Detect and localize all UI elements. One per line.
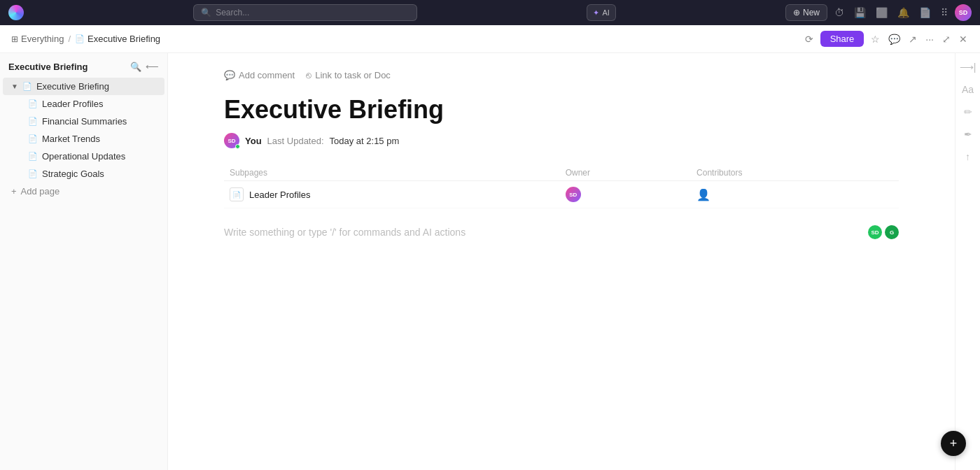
sidebar-header-icons: 🔍 ⟵ [130,62,159,72]
author-initials: SD [227,138,235,144]
breadcrumb-everything[interactable]: ⊞ Everything [11,34,64,44]
write-area[interactable]: Write something or type '/' for commands… [224,222,899,242]
sidebar: Executive Briefing 🔍 ⟵ ▼ 📄 Executive Bri… [0,53,168,470]
link-label: Link to task or Doc [315,70,391,80]
layout-icon[interactable]: ⬜ [873,6,890,20]
sidebar-item-label: Market Trends [42,134,100,144]
sidebar-item-market-trends[interactable]: 📄 Market Trends [3,130,164,148]
main-layout: Executive Briefing 🔍 ⟵ ▼ 📄 Executive Bri… [0,53,980,470]
more-icon[interactable]: ··· [924,32,935,46]
comment-icon[interactable]: 💬 [887,32,902,46]
sidebar-item-strategic-goals[interactable]: 📄 Strategic Goals [3,165,164,183]
close-icon[interactable]: ✕ [958,32,969,46]
share-button[interactable]: Share [820,31,864,47]
search-placeholder: Search... [216,8,249,17]
sidebar-collapse-icon[interactable]: ⟵ [146,62,159,72]
fab-button[interactable]: + [941,431,966,456]
collapse-right-icon[interactable]: ⟶| [960,62,976,73]
write-placeholder: Write something or type '/' for commands… [224,227,465,238]
sidebar-item-operational-updates[interactable]: 📄 Operational Updates [3,148,164,165]
sidebar-item-label: Executive Briefing [36,81,109,92]
collab-initials-2: G [890,229,894,236]
owner-avatar: SD [566,187,581,202]
breadcrumb-separator: / [68,34,71,44]
pencil-alt-icon[interactable]: ✒ [964,129,972,140]
font-size-icon[interactable]: Aa [962,84,974,95]
add-comment-label: Add comment [239,70,295,80]
add-page-button[interactable]: + Add page [3,183,164,200]
doc-small-icon: 📄 [75,34,85,43]
sidebar-item-label: Strategic Goals [42,169,104,179]
last-updated-time: Today at 2:15 pm [330,136,400,146]
new-label: New [803,8,820,17]
new-button[interactable]: ⊕ New [785,4,827,21]
doc-icon: 📄 [28,152,38,161]
content-area: 💬 Add comment ⎋ Link to task or Doc Exec… [168,53,955,470]
sidebar-item-label: Financial Summaries [42,116,127,127]
chevron-down-icon: ▼ [11,83,18,90]
user-avatar[interactable]: SD [955,4,972,21]
add-page-label: Add page [21,186,60,197]
right-panel: ⟶| Aa ✏ ✒ ↑ [955,53,980,470]
ai-label: AI [602,8,609,17]
history-icon[interactable]: ⏱ [832,6,847,20]
collaborator-avatars: SD G [868,225,899,239]
save-icon[interactable]: 💾 [851,6,869,20]
doc-title[interactable]: Executive Briefing [224,94,899,124]
nav-right: ⊕ New ⏱ 💾 ⬜ 🔔 📄 ⠿ SD [785,4,972,21]
collab-initials-1: SD [871,229,878,236]
breadcrumb-current[interactable]: 📄 Executive Briefing [75,34,160,44]
sidebar-header: Executive Briefing 🔍 ⟵ [0,53,167,78]
comment-bubble-icon: 💬 [224,70,235,80]
sidebar-item-label: Leader Profiles [42,99,103,109]
link-button[interactable]: ⎋ Link to task or Doc [306,70,391,80]
breadcrumb-actions: ⟳ Share ☆ 💬 ↗ ··· ⤢ ✕ [804,31,969,47]
col-subpages: Subpages [224,165,560,181]
sidebar-item-leader-profiles[interactable]: 📄 Leader Profiles [3,95,164,113]
edit-icon[interactable]: ✏ [964,106,972,118]
owner-initials: SD [569,192,577,198]
star-icon[interactable]: ☆ [869,32,881,46]
upload-icon[interactable]: ↑ [965,151,970,162]
sidebar-item-label: Operational Updates [42,151,125,162]
doc-icon: 📄 [28,134,38,143]
doc-icon: 📄 [28,99,38,108]
contributor-icon: 👤 [696,189,710,201]
subpages-table: Subpages Owner Contributors 📄 Leader Pro… [224,165,899,208]
sidebar-item-financial-summaries[interactable]: 📄 Financial Summaries [3,113,164,130]
user-initials: SD [959,9,968,16]
subpage-doc-icon: 📄 [230,187,244,201]
loader-icon[interactable]: ⟳ [804,32,815,46]
doc-icon: 📄 [22,82,32,91]
search-bar[interactable]: 🔍 Search... [193,4,417,21]
author-name: You [245,136,262,146]
fab-plus-icon: + [950,436,958,451]
expand-icon[interactable]: ⤢ [941,32,952,46]
author-avatar: SD [224,133,239,148]
app-logo[interactable] [8,5,24,20]
breadcrumb-bar: ⊞ Everything / 📄 Executive Briefing ⟳ Sh… [0,25,980,53]
online-indicator [235,144,240,149]
ai-button[interactable]: ✦ AI [587,4,615,21]
grid-icon[interactable]: ⠿ [938,6,951,20]
add-comment-button[interactable]: 💬 Add comment [224,70,295,80]
export-icon[interactable]: ↗ [907,32,918,46]
new-plus-icon: ⊕ [793,8,800,17]
plus-icon: + [11,186,17,197]
col-contributors: Contributors [691,165,899,181]
table-row[interactable]: 📄 Leader Profiles SD 👤 [224,181,899,208]
doc-icon[interactable]: 📄 [916,6,934,20]
col-owner: Owner [560,165,691,181]
grid-small-icon: ⊞ [11,34,18,44]
top-nav: 🔍 Search... ✦ AI ⊕ New ⏱ 💾 ⬜ 🔔 📄 ⠿ SD [0,0,980,25]
doc-icon: 📄 [28,117,38,126]
last-updated-label: Last Updated: [267,136,324,146]
sidebar-search-icon[interactable]: 🔍 [130,62,141,72]
collab-avatar-2: G [885,225,899,239]
author-row: SD You Last Updated: Today at 2:15 pm [224,133,899,148]
sidebar-title: Executive Briefing [8,62,88,72]
breadcrumb-everything-label: Everything [21,34,64,44]
alarm-icon[interactable]: 🔔 [895,6,912,20]
doc-toolbar: 💬 Add comment ⎋ Link to task or Doc [224,70,899,80]
sidebar-item-executive-briefing[interactable]: ▼ 📄 Executive Briefing [3,78,164,95]
